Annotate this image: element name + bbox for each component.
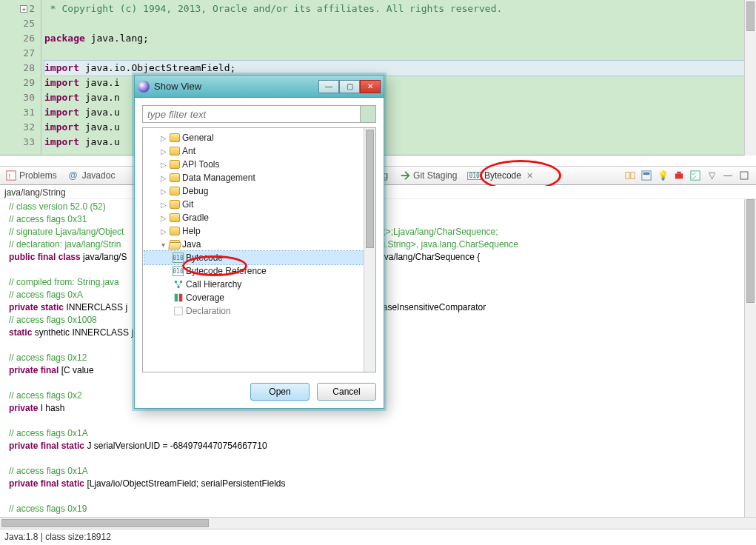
svg-rect-2 [626, 173, 629, 179]
view-tree[interactable]: ▷General ▷Ant ▷API Tools ▷Data Managemen… [142, 127, 376, 372]
svg-rect-13 [174, 294, 177, 302]
tree-item-git[interactable]: ▷Git [144, 198, 374, 211]
chevron-right-icon[interactable]: ▷ [159, 227, 167, 235]
folder-open-icon [170, 240, 180, 249]
chevron-right-icon[interactable]: ▷ [159, 187, 167, 195]
folder-icon [170, 173, 180, 182]
folder-icon [170, 147, 180, 156]
chevron-right-icon[interactable]: ▷ [159, 174, 167, 182]
tree-item-general[interactable]: ▷General [144, 131, 374, 144]
close-button[interactable]: ✕ [360, 80, 381, 93]
chevron-right-icon[interactable]: ▷ [159, 201, 167, 209]
javadoc-icon: @ [69, 170, 79, 181]
call-hierarchy-icon [173, 279, 184, 290]
bytecode-icon: 010 [173, 253, 184, 263]
toggle-view-icon[interactable] [640, 170, 652, 181]
svg-point-12 [177, 286, 180, 289]
view-menu-icon[interactable]: ▽ [706, 170, 717, 181]
red-toolbox-icon[interactable] [673, 170, 685, 181]
tab-javadoc[interactable]: @ Javadoc [63, 167, 121, 184]
tree-item-declaration[interactable]: Declaration [144, 304, 374, 318]
tree-vertical-scrollbar[interactable] [364, 128, 375, 372]
link-with-editor-icon[interactable] [624, 170, 636, 181]
cancel-button[interactable]: Cancel [317, 383, 376, 401]
minimize-view-icon[interactable]: — [722, 170, 734, 181]
close-icon[interactable]: ✕ [526, 171, 533, 181]
bytecode-ref-icon: 010 [173, 266, 184, 276]
filter-clear-button[interactable] [361, 105, 376, 123]
tree-item-coverage[interactable]: Coverage [144, 291, 374, 304]
coverage-icon [173, 292, 184, 303]
folder-icon [170, 200, 180, 209]
lightbulb-icon[interactable]: 💡 [657, 170, 669, 181]
chevron-right-icon[interactable]: ▷ [159, 214, 167, 222]
tab-git-staging[interactable]: Git Staging [394, 167, 463, 184]
tree-item-call-hierarchy[interactable]: Call Hierarchy [144, 278, 374, 291]
git-staging-icon [400, 170, 410, 181]
svg-rect-7 [677, 172, 680, 174]
bytecode-vertical-scrollbar[interactable] [744, 199, 756, 529]
tab-problems[interactable]: ! Problems [0, 167, 63, 184]
svg-point-11 [179, 281, 182, 284]
folder-icon [170, 133, 180, 142]
tree-item-gradle[interactable]: ▷Gradle [144, 211, 374, 224]
svg-rect-5 [643, 173, 650, 175]
chevron-down-icon[interactable]: ▾ [159, 241, 167, 249]
bytecode-icon: 010 [467, 172, 481, 180]
folder-icon [170, 213, 180, 222]
tree-item-bytecode[interactable]: 010Bytecode [144, 251, 374, 264]
tab-bytecode[interactable]: 010 Bytecode ✕ [463, 167, 538, 184]
folder-icon [170, 187, 180, 195]
tree-item-ant[interactable]: ▷Ant [144, 144, 374, 158]
chevron-right-icon[interactable]: ▷ [159, 147, 167, 156]
maximize-button[interactable]: ▢ [339, 80, 360, 93]
folder-icon [170, 160, 180, 169]
status-bar: Java:1.8 | class size:18912 [0, 529, 756, 545]
svg-rect-9 [740, 172, 748, 179]
open-button[interactable]: Open [250, 383, 310, 401]
svg-rect-3 [631, 173, 635, 179]
eclipse-icon [138, 81, 150, 93]
svg-rect-8 [691, 171, 700, 180]
tree-item-apitools[interactable]: ▷API Tools [144, 158, 374, 171]
show-view-dialog: Show View — ▢ ✕ ▷General ▷Ant ▷API Tools… [134, 75, 384, 409]
checklist-icon[interactable] [689, 170, 701, 181]
tree-item-debug[interactable]: ▷Debug [144, 184, 374, 198]
tree-item-bytecode-reference[interactable]: 010Bytecode Reference [144, 264, 374, 278]
chevron-right-icon[interactable]: ▷ [159, 161, 167, 169]
minimize-button[interactable]: — [318, 80, 339, 93]
filter-input[interactable] [142, 105, 361, 123]
svg-rect-14 [178, 294, 181, 302]
folder-icon [170, 227, 180, 235]
problems-icon: ! [6, 170, 16, 181]
tree-item-help[interactable]: ▷Help [144, 224, 374, 238]
dialog-titlebar[interactable]: Show View — ▢ ✕ [135, 76, 384, 98]
chevron-right-icon[interactable]: ▷ [159, 134, 167, 142]
svg-point-10 [174, 281, 177, 284]
tree-item-java[interactable]: ▾Java [144, 238, 374, 251]
editor-vertical-scrollbar[interactable] [744, 0, 756, 156]
declaration-icon [173, 306, 184, 316]
tree-item-data-management[interactable]: ▷Data Management [144, 171, 374, 184]
maximize-view-icon[interactable] [738, 170, 750, 181]
svg-text:!: ! [9, 172, 11, 180]
svg-rect-6 [675, 173, 683, 178]
bytecode-horizontal-scrollbar[interactable] [0, 517, 756, 529]
svg-rect-15 [174, 307, 182, 315]
dialog-title: Show View [154, 81, 314, 92]
fold-expand-icon[interactable]: + [20, 5, 27, 13]
line-number-gutter: +2 25 26 27 28 29 30 31 32 33 [0, 0, 41, 155]
